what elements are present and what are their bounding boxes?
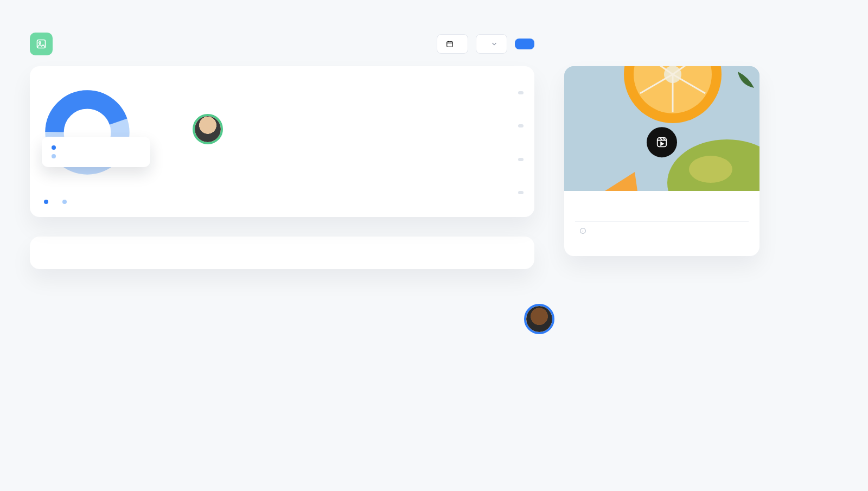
legend-dot-followers [52, 145, 56, 150]
svg-rect-0 [37, 40, 46, 48]
chart-legend [44, 200, 163, 204]
date-range-picker[interactable] [437, 34, 468, 54]
reel-icon [647, 127, 677, 157]
chevron-down-icon [490, 40, 498, 48]
collaborator-cursor-2 [524, 304, 554, 334]
post-hero-image [564, 66, 760, 191]
interactions-title [575, 227, 586, 234]
post-detail-panel [564, 66, 760, 256]
svg-rect-2 [447, 42, 453, 47]
svg-point-15 [689, 156, 732, 183]
svg-rect-17 [658, 138, 667, 147]
donut-legend [42, 137, 150, 167]
overview-card [30, 66, 534, 217]
create-report-button[interactable] [515, 39, 534, 49]
legend-dot-nonfollowers [52, 154, 56, 158]
info-icon [579, 227, 586, 234]
collaborator-cursor [193, 114, 223, 144]
period-select[interactable] [476, 34, 507, 54]
y-axis-ticks [518, 91, 524, 194]
brand-logo [30, 33, 53, 55]
calendar-icon [446, 40, 454, 48]
bar-chart [172, 90, 515, 193]
table-header [47, 252, 517, 263]
svg-point-1 [39, 42, 41, 43]
posts-table-card [30, 237, 534, 269]
